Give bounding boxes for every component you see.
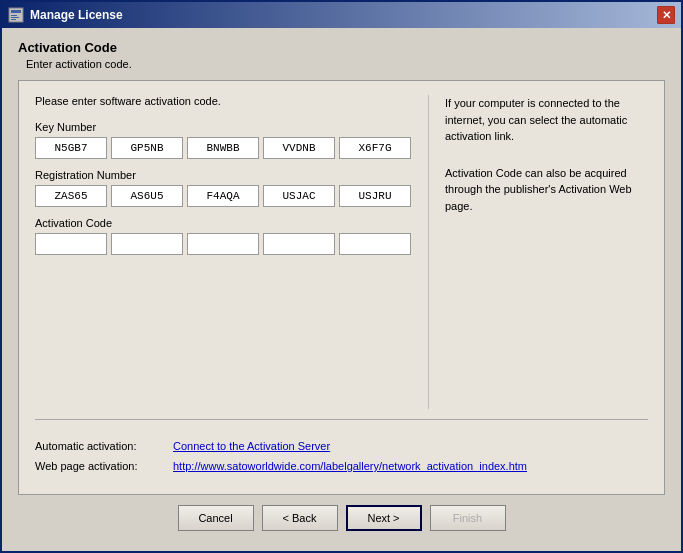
- automatic-activation-row: Automatic activation: Connect to the Act…: [35, 440, 648, 452]
- key-number-input-1[interactable]: [35, 137, 107, 159]
- web-page-label: Web page activation:: [35, 460, 165, 472]
- registration-number-label: Registration Number: [35, 169, 412, 181]
- svg-rect-4: [11, 19, 16, 20]
- activation-code-input-3[interactable]: [187, 233, 259, 255]
- next-button[interactable]: Next >: [346, 505, 422, 531]
- separator: [35, 419, 648, 420]
- window-icon: [8, 7, 24, 23]
- header-subtitle: Enter activation code.: [26, 58, 665, 70]
- header-title: Activation Code: [18, 40, 665, 55]
- panel-right: If your computer is connected to the int…: [428, 95, 648, 409]
- key-number-label: Key Number: [35, 121, 412, 133]
- reg-number-input-1[interactable]: [35, 185, 107, 207]
- svg-rect-3: [11, 17, 19, 18]
- title-text: Manage License: [30, 8, 123, 22]
- title-bar-title: Manage License: [8, 7, 123, 23]
- activation-links: Automatic activation: Connect to the Act…: [35, 440, 648, 480]
- key-number-input-5[interactable]: [339, 137, 411, 159]
- right-note-1: If your computer is connected to the int…: [445, 95, 648, 145]
- reg-number-input-2[interactable]: [111, 185, 183, 207]
- button-bar: Cancel < Back Next > Finish: [18, 495, 665, 539]
- panel-instructions: Please enter software activation code.: [35, 95, 412, 107]
- reg-number-input-3[interactable]: [187, 185, 259, 207]
- activation-code-label: Activation Code: [35, 217, 412, 229]
- title-bar: Manage License ✕: [2, 2, 681, 28]
- cancel-button[interactable]: Cancel: [178, 505, 254, 531]
- header-section: Activation Code Enter activation code.: [18, 40, 665, 70]
- main-panel: Please enter software activation code. K…: [18, 80, 665, 495]
- web-page-link[interactable]: http://www.satoworldwide.com/labelgaller…: [173, 460, 527, 472]
- key-number-input-2[interactable]: [111, 137, 183, 159]
- activation-code-input-5[interactable]: [339, 233, 411, 255]
- manage-license-window: Manage License ✕ Activation Code Enter a…: [0, 0, 683, 553]
- content-area: Activation Code Enter activation code. P…: [2, 28, 681, 551]
- reg-number-input-5[interactable]: [339, 185, 411, 207]
- activation-code-input-2[interactable]: [111, 233, 183, 255]
- finish-button[interactable]: Finish: [430, 505, 506, 531]
- svg-rect-2: [11, 15, 17, 16]
- automatic-activation-link[interactable]: Connect to the Activation Server: [173, 440, 330, 452]
- svg-rect-1: [11, 10, 21, 13]
- activation-code-row: [35, 233, 412, 255]
- panel-top: Please enter software activation code. K…: [35, 95, 648, 409]
- automatic-activation-label: Automatic activation:: [35, 440, 165, 452]
- activation-code-input-1[interactable]: [35, 233, 107, 255]
- key-number-input-3[interactable]: [187, 137, 259, 159]
- key-number-row: [35, 137, 412, 159]
- panel-left: Please enter software activation code. K…: [35, 95, 428, 409]
- reg-number-input-4[interactable]: [263, 185, 335, 207]
- activation-code-input-4[interactable]: [263, 233, 335, 255]
- right-note-2: Activation Code can also be acquired thr…: [445, 165, 648, 215]
- back-button[interactable]: < Back: [262, 505, 338, 531]
- web-page-activation-row: Web page activation: http://www.satoworl…: [35, 460, 648, 472]
- close-button[interactable]: ✕: [657, 6, 675, 24]
- registration-number-row: [35, 185, 412, 207]
- key-number-input-4[interactable]: [263, 137, 335, 159]
